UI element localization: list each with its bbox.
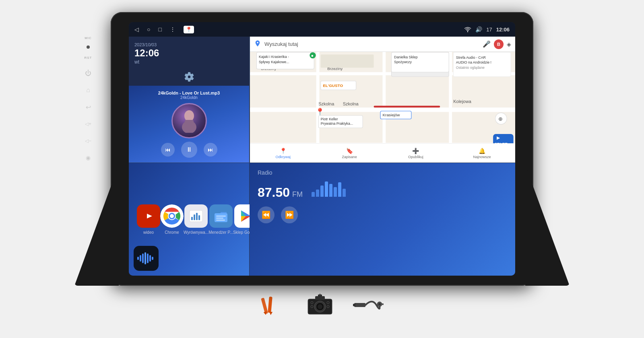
svg-text:▶: ▶ <box>497 136 500 140</box>
app-youtube[interactable]: wideo <box>137 204 160 235</box>
svg-text:Kajaki i Krasieńka -: Kajaki i Krasieńka - <box>259 55 289 59</box>
map-nav-saved[interactable]: 🔖 Zapisane <box>316 148 383 159</box>
map-search-placeholder[interactable]: Wyszukaj tutaj <box>264 41 479 47</box>
svg-rect-96 <box>353 304 355 306</box>
chrome-icon <box>160 204 184 228</box>
radio-signal-bars <box>312 181 346 197</box>
maps-logo <box>254 40 261 47</box>
svg-rect-64 <box>216 216 226 216</box>
mic-dot <box>87 45 90 49</box>
menu-nav-button[interactable]: ⋮ <box>170 26 175 33</box>
svg-text:AUDIO na Androidzie !: AUDIO na Androidzie ! <box>456 60 491 64</box>
bar-1 <box>312 192 315 197</box>
svg-rect-95 <box>354 303 365 307</box>
svg-rect-80 <box>268 297 272 313</box>
track-artist: 24kGoldn <box>158 95 220 100</box>
publish-icon: ➕ <box>412 148 419 154</box>
play-pause-button[interactable]: ⏸ <box>181 142 197 158</box>
volume-icon: 🔊 <box>475 26 482 33</box>
album-art <box>171 103 207 138</box>
next-button[interactable]: ⏭ <box>204 143 217 157</box>
bar-3 <box>320 185 324 197</box>
map-background: Kolejowa Szkolna Szkolna Brzeziny Brzezi… <box>250 52 515 159</box>
google-maps-icon <box>254 40 261 49</box>
latest-icon: 🔔 <box>479 148 485 154</box>
svg-rect-76 <box>147 254 149 263</box>
svg-rect-60 <box>194 214 195 220</box>
svg-rect-11 <box>374 106 440 107</box>
app-chrome[interactable]: Chrome <box>160 204 184 235</box>
radio-prev-button[interactable]: ⏪ <box>258 206 275 223</box>
svg-rect-61 <box>196 213 198 220</box>
recent-nav-button[interactable]: □ <box>158 26 161 33</box>
svg-rect-79 <box>261 298 268 314</box>
svg-rect-13 <box>321 54 374 68</box>
volume-up-button[interactable]: ◁+ <box>83 118 94 130</box>
publish-label: Opublikuj <box>408 155 423 159</box>
bar-4 <box>325 181 328 197</box>
app-filemanager[interactable]: Menedżer P... <box>208 204 233 235</box>
svg-rect-99 <box>382 303 384 305</box>
svg-rect-9 <box>383 52 386 159</box>
maps-nav-shortcut[interactable]: 📍 <box>184 26 194 33</box>
svg-point-98 <box>378 303 381 305</box>
track-title: 24kGoldn - Love Or Lust.mp3 <box>158 91 220 95</box>
voice-search-button[interactable]: 🎤 <box>483 40 491 48</box>
svg-rect-62 <box>198 215 200 220</box>
radio-panel: Radio 87.50 FM <box>250 163 515 276</box>
svg-rect-59 <box>191 217 193 220</box>
settings-button[interactable] <box>129 68 249 86</box>
filemanager-icon <box>209 204 233 228</box>
discover-icon: 📍 <box>280 148 287 154</box>
map-svg: Kolejowa Szkolna Szkolna Brzeziny Brzezi… <box>250 52 515 159</box>
svg-text:📍: 📍 <box>316 107 324 116</box>
system-time: 12:06 <box>496 27 510 33</box>
saved-label: Zapisane <box>342 155 357 159</box>
top-left-panel: 2023/10/03 12:06 wt 24kGol <box>129 37 250 163</box>
waveform-widget[interactable] <box>134 246 159 271</box>
mic-label: MIC <box>85 36 92 40</box>
svg-text:Spożywczy: Spożywczy <box>394 60 412 64</box>
datetime-section: 2023/10/03 12:06 wt <box>129 37 249 68</box>
map-search-bar: Wyszukaj tutaj 🎤 B ◈ <box>250 37 515 52</box>
svg-point-0 <box>187 75 190 78</box>
home-side-button[interactable]: ⌂ <box>83 84 94 96</box>
volume-down-button[interactable]: ◁− <box>83 135 94 146</box>
home-nav-button[interactable]: ○ <box>147 26 150 33</box>
artist-silhouette <box>179 109 199 133</box>
svg-point-91 <box>327 301 329 304</box>
date-display: 2023/10/03 <box>134 42 244 47</box>
youtube-icon <box>137 204 160 228</box>
power-button[interactable]: ⏻ <box>83 68 94 79</box>
back-side-button[interactable]: ↩ <box>83 101 94 113</box>
svg-text:Szkolna: Szkolna <box>343 101 359 106</box>
back-nav-button[interactable]: ◁ <box>134 26 139 33</box>
app-equalizer[interactable]: Wyrównywa... <box>184 204 208 235</box>
svg-point-94 <box>319 294 321 295</box>
svg-rect-77 <box>149 255 151 262</box>
music-player: 24kGoldn - Love Or Lust.mp3 24kGoldn <box>129 86 249 163</box>
bar-7 <box>338 182 341 197</box>
map-bottom-nav: 📍 Odkrywaj 🔖 Zapisane ➕ Opublikuj 🔔 <box>250 143 515 163</box>
radio-next-button[interactable]: ⏩ <box>281 206 298 223</box>
svg-marker-82 <box>269 312 272 315</box>
map-nav-publish[interactable]: ➕ Opublikuj <box>383 148 449 159</box>
bar-5 <box>329 184 332 197</box>
map-nav-latest[interactable]: 🔔 Najnowsze <box>449 148 515 159</box>
location-side-button[interactable]: ◉ <box>83 152 94 163</box>
svg-text:Danielka Sklep: Danielka Sklep <box>394 55 418 59</box>
nav-icons: ◁ ○ □ ⋮ 📍 <box>134 26 194 33</box>
bar-2 <box>316 190 319 197</box>
wifi-icon <box>464 27 471 32</box>
svg-rect-10 <box>449 52 452 159</box>
map-layer-button[interactable]: ◈ <box>507 41 511 47</box>
svg-point-89 <box>327 305 329 308</box>
map-panel: Wyszukaj tutaj 🎤 B ◈ <box>250 37 515 163</box>
time-display: 12:06 <box>134 48 244 58</box>
map-nav-discover[interactable]: 📍 Odkrywaj <box>250 148 316 159</box>
user-avatar-map[interactable]: B <box>494 39 504 49</box>
prev-button[interactable]: ⏮ <box>161 143 175 157</box>
volume-level: 17 <box>486 27 492 33</box>
svg-rect-3 <box>185 120 194 128</box>
radio-band: FM <box>292 190 303 199</box>
